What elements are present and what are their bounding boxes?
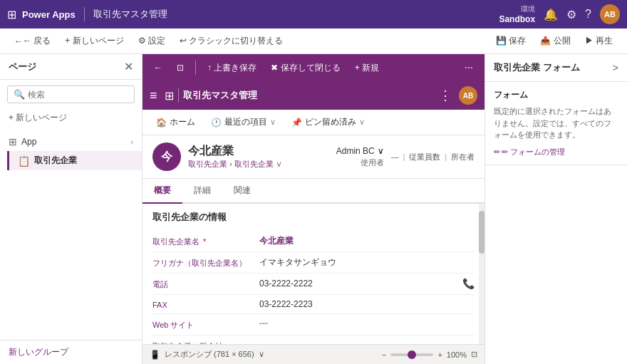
sidebar-section: ⊞ App › 📋 取引先企業	[0, 132, 142, 170]
record-breadcrumb[interactable]: 取引先企業 › 取引先企業 ∨	[188, 159, 329, 170]
play-button[interactable]: ▶ 再生	[579, 32, 618, 50]
bottom-bar-right: − + 100% ⊡	[382, 350, 477, 359]
main-layout: ページ ✕ 🔍 + 新しいページ ⊞ App › 📋 取引先企業	[0, 54, 627, 364]
nav-pinned[interactable]: 📌 ピン留め済み ∨	[285, 113, 371, 132]
app-logo-area: ⊞ 取引先マスタ管理	[165, 88, 257, 103]
search-input[interactable]	[28, 90, 128, 100]
publish-button[interactable]: 📤 公開	[534, 32, 576, 50]
tab-overview[interactable]: 概要	[142, 179, 182, 204]
quick-btn-sep1: |	[403, 153, 405, 161]
sidebar-item-app[interactable]: ⊞ App ›	[0, 132, 142, 151]
sidebar-close-button[interactable]: ✕	[124, 60, 133, 73]
app-menu-icon[interactable]: ≡	[150, 88, 157, 103]
app-more-icon[interactable]: ⋮	[439, 88, 452, 103]
right-section-desc: 既定的に選択されたフォームはありません。設定では、すべてのフォームを使用できます…	[494, 105, 618, 141]
notification-icon[interactable]: 🔔	[544, 8, 558, 21]
canvas-more-button[interactable]: ⋯	[459, 60, 479, 76]
form-label-name: 取引先企業名 *	[152, 235, 252, 247]
form-value-phone[interactable]: 03-2222-2222 📞	[259, 278, 475, 289]
form-row-parent: 取引先企業の親会社 ---	[152, 336, 475, 344]
responsive-chevron[interactable]: ∨	[259, 350, 264, 359]
back-button[interactable]: ← ← 戻る	[9, 32, 56, 50]
help-icon[interactable]: ?	[585, 8, 591, 21]
pin-icon: 📌	[291, 118, 302, 128]
app-inner-bar: ≡ ⊞ 取引先マスタ管理 ⋮ AB	[142, 81, 484, 110]
settings-button[interactable]: ⚙ 設定	[133, 32, 171, 50]
new-page-button[interactable]: + 新しいページ	[59, 32, 129, 50]
form-label-web: Web サイト	[152, 318, 252, 331]
new-page-button[interactable]: + 新しいページ	[0, 109, 142, 127]
top-bar-right: 環境 Sandbox 🔔 ⚙ ? AB	[499, 4, 620, 24]
zoom-slider[interactable]	[390, 353, 433, 356]
chevron-down-icon: ∨	[270, 118, 276, 127]
quick-btn-location[interactable]: 所在者	[451, 152, 475, 162]
form-section-title: 取引先企業の情報	[152, 211, 475, 224]
record-tabs: 概要 詳細 関連	[142, 179, 484, 204]
form-row-web: Web サイト ---	[152, 314, 475, 336]
zoom-minus[interactable]: −	[382, 350, 386, 359]
canvas-back-button[interactable]: ←	[148, 60, 168, 76]
expand-icon[interactable]: ⊡	[471, 350, 477, 359]
zoom-label: 100%	[447, 350, 467, 359]
form-label-parent: 取引先企業の親会社	[152, 340, 252, 344]
record-avatar: 今	[152, 142, 181, 171]
user-avatar[interactable]: AB	[600, 4, 620, 24]
canvas-toolbar-right: ⋯	[459, 60, 479, 76]
form-row-phone: 電話 03-2222-2222 📞	[152, 274, 475, 295]
env-badge: 環境 Sandbox	[499, 4, 535, 24]
quick-btn-sales[interactable]: ---	[391, 152, 399, 161]
form-value-parent[interactable]: ---	[259, 340, 475, 344]
app-waffle-icon: ⊞	[165, 89, 174, 103]
sidebar-item-torihikisaki[interactable]: 📋 取引先企業	[7, 151, 142, 170]
sidebar-search-container: 🔍	[7, 85, 135, 103]
nav-recent[interactable]: 🕐 最近の項目 ∨	[204, 113, 282, 132]
canvas-save-button[interactable]: ↑ 上書き保存	[202, 59, 262, 77]
record-quick-btns: --- | 従業員数 | 所在者	[391, 152, 475, 162]
record-right: Admin BC ∨ 使用者	[336, 146, 384, 168]
quick-btn-sep2: |	[445, 153, 447, 161]
record-header: 今 今北産業 取引先企業 › 取引先企業 ∨ Admin BC ∨ 使用者 --…	[142, 135, 484, 179]
edit-icon: ✏	[494, 147, 500, 157]
quick-btn-employees[interactable]: 従業員数	[409, 152, 440, 162]
form-label-phone: 電話	[152, 278, 252, 290]
scrollbar-thumb[interactable]	[479, 211, 484, 254]
canvas-new-button[interactable]: + 新規	[349, 59, 385, 77]
meta-chevron[interactable]: ∨	[378, 146, 384, 156]
phone-icon[interactable]: 📞	[462, 278, 475, 289]
canvas-fit-button[interactable]: ⊡	[171, 60, 190, 76]
app-separator	[178, 88, 179, 103]
sidebar-title: ページ	[9, 61, 36, 73]
right-panel-title: 取引先企業 フォーム	[494, 61, 580, 74]
record-name: 今北産業	[188, 144, 329, 159]
home-icon: 🏠	[156, 118, 167, 128]
canvas-toolbar: ← ⊡ ↑ 上書き保存 ✖ 保存して閉じる + 新規 ⋯	[142, 54, 484, 81]
waffle-icon[interactable]: ⊞	[7, 8, 16, 21]
top-bar: ⊞ Power Apps 取引先マスタ管理 環境 Sandbox 🔔 ⚙ ? A…	[0, 0, 627, 28]
form-value-fax[interactable]: 03-2222-2223	[259, 299, 475, 309]
search-icon: 🔍	[14, 89, 25, 100]
record-meta-sub: 使用者	[361, 157, 384, 168]
app-brand: Power Apps	[22, 9, 76, 20]
form-row-furigana: フリガナ（取引先企業名） イマキタサンギョウ	[152, 252, 475, 274]
form-content: 取引先企業の情報 取引先企業名 * 今北産業 フリガナ（取引先企業名）	[142, 204, 484, 344]
canvas-close-button[interactable]: ✖ 保存して閉じる	[265, 59, 346, 77]
responsive-label[interactable]: レスポンシブ (781 × 656)	[165, 349, 254, 360]
new-group-button[interactable]: 新しいグループ	[0, 340, 142, 364]
right-panel-expand-button[interactable]: >	[613, 62, 618, 73]
back-icon: ←	[14, 36, 23, 46]
chevron-icon: ›	[130, 137, 133, 146]
form-value-name[interactable]: 今北産業	[259, 235, 475, 247]
form-value-web[interactable]: ---	[259, 318, 475, 328]
recent-icon: 🕐	[211, 118, 222, 128]
save-button[interactable]: 💾 保存	[490, 32, 532, 50]
tab-related[interactable]: 関連	[222, 179, 262, 204]
manage-form-link[interactable]: ✏ ✏ フォームの管理	[494, 147, 618, 157]
form-value-furigana[interactable]: イマキタサンギョウ	[259, 256, 475, 269]
tab-detail[interactable]: 詳細	[182, 179, 222, 204]
nav-home[interactable]: 🏠 ホーム	[150, 113, 202, 132]
form-wrapper: 取引先企業の情報 取引先企業名 * 今北産業 フリガナ（取引先企業名）	[142, 204, 484, 344]
zoom-plus[interactable]: +	[437, 350, 442, 359]
app-nav-bar: 🏠 ホーム 🕐 最近の項目 ∨ 📌 ピン留め済み ∨	[142, 110, 484, 135]
gear-icon[interactable]: ⚙	[566, 8, 576, 21]
classic-switch-button[interactable]: ↩ クラシックに切り替える	[174, 32, 289, 50]
